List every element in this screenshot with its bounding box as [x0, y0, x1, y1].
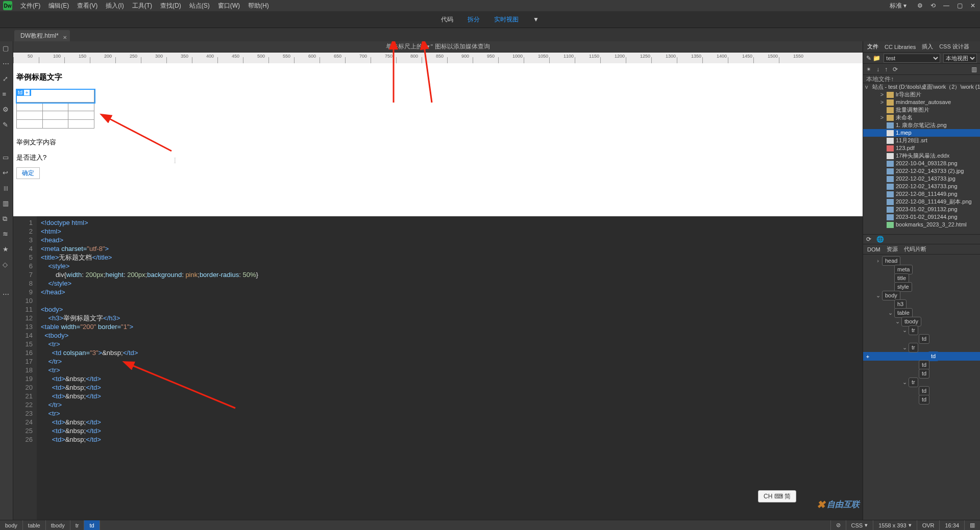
- panel-tab-cc[interactable]: CC Libraries: [885, 44, 916, 50]
- tool-comment-icon[interactable]: ◇: [3, 261, 11, 269]
- file-tree-item[interactable]: > 未命名: [863, 114, 980, 121]
- tool-star-icon[interactable]: ★: [3, 245, 11, 254]
- menu-item[interactable]: 插入(I): [102, 0, 128, 11]
- menu-item[interactable]: 帮助(H): [244, 0, 273, 11]
- dom-node[interactable]: td: [863, 335, 980, 343]
- tool-snippet-icon[interactable]: ⧉: [3, 215, 11, 223]
- file-tree-item[interactable]: 2023-01-02_091132.png: [863, 206, 980, 213]
- menu-item[interactable]: 窗口(W): [214, 0, 244, 11]
- tool-wrap-icon[interactable]: ↩: [3, 169, 11, 177]
- file-tree-item[interactable]: > lr导出图片: [863, 91, 980, 98]
- tool-wand-icon[interactable]: ✎: [3, 121, 11, 129]
- add-selector-icon[interactable]: +: [24, 90, 30, 95]
- view-selector[interactable]: 本地视图: [943, 54, 977, 63]
- tool-tablet-icon[interactable]: ▭: [3, 154, 11, 162]
- dom-node[interactable]: td: [863, 387, 980, 395]
- dom-tab-assets[interactable]: 资源: [887, 245, 898, 253]
- menu-item[interactable]: 查看(V): [73, 0, 102, 11]
- dom-node[interactable]: ›head: [863, 257, 980, 265]
- source-code[interactable]: <!doctype html><html><head><meta charset…: [37, 216, 863, 520]
- dom-node[interactable]: td: [872, 352, 980, 361]
- file-tree-item[interactable]: 2022-12-08_111449_副本.png: [863, 198, 980, 206]
- get-icon[interactable]: ↑: [885, 66, 888, 73]
- dom-tree[interactable]: ›headmetatitlestyle⌄bodyh3⌄table⌄tbody⌄t…: [863, 255, 980, 520]
- dom-node[interactable]: ⌄tbody: [863, 317, 980, 326]
- document-tab[interactable]: DW教程.html* ✕: [14, 30, 70, 41]
- file-tree-item[interactable]: 123.pdf: [863, 144, 980, 152]
- breadcrumb-item[interactable]: body: [0, 520, 23, 531]
- status-panel-toggle-icon[interactable]: ▥: [964, 520, 980, 531]
- menu-item[interactable]: 站点(S): [185, 0, 214, 11]
- breadcrumb-item[interactable]: tr: [70, 520, 85, 531]
- settings-gear-icon[interactable]: ⚙: [916, 2, 924, 10]
- breadcrumb-item[interactable]: tbody: [46, 520, 70, 531]
- tool-align-icon[interactable]: ⫼: [3, 184, 11, 192]
- status-css-mode[interactable]: CSS ▾: [846, 520, 873, 531]
- dom-insert-icon[interactable]: +: [863, 354, 872, 360]
- dom-tab-snippets[interactable]: 代码片断: [904, 245, 926, 253]
- dom-node[interactable]: ⌄body: [863, 291, 980, 300]
- dom-globe-icon[interactable]: 🌐: [876, 236, 884, 243]
- dom-node[interactable]: td: [863, 361, 980, 369]
- tool-more-icon[interactable]: ⋯: [3, 290, 11, 298]
- menu-item[interactable]: 编辑(E): [44, 0, 73, 11]
- menu-item[interactable]: 工具(T): [128, 0, 156, 11]
- dom-node[interactable]: td: [863, 395, 980, 404]
- expand-panel-icon[interactable]: ▥: [971, 66, 977, 73]
- menu-item[interactable]: 文件(F): [16, 0, 44, 11]
- dom-node[interactable]: title: [863, 274, 980, 283]
- dom-node[interactable]: ⌄tr: [863, 343, 980, 352]
- view-split[interactable]: 拆分: [468, 15, 480, 24]
- workspace-switcher[interactable]: 标准 ▾: [886, 0, 911, 11]
- sync-icon[interactable]: ⟲: [929, 2, 937, 10]
- view-dropdown-icon[interactable]: ▼: [533, 16, 539, 23]
- file-tree-item[interactable]: 2023-01-02_091244.png: [863, 213, 980, 221]
- view-code[interactable]: 代码: [441, 15, 453, 24]
- status-dimensions[interactable]: 1558 x 393 ▾: [873, 520, 916, 531]
- maximize-icon[interactable]: ▢: [955, 2, 964, 10]
- ime-indicator[interactable]: CH ⌨ 简: [758, 490, 796, 502]
- dom-node[interactable]: meta: [863, 265, 980, 274]
- minimize-icon[interactable]: —: [942, 2, 950, 10]
- dom-node[interactable]: ⌄table: [863, 309, 980, 317]
- connect-icon[interactable]: ✴: [866, 66, 871, 73]
- panel-tab-css[interactable]: CSS 设计器: [939, 43, 969, 51]
- dom-node[interactable]: style: [863, 283, 980, 291]
- menu-item[interactable]: 查找(D): [156, 0, 185, 11]
- view-live[interactable]: 实时视图: [494, 15, 519, 24]
- file-tree-item[interactable]: 2022-10-04_093128.png: [863, 160, 980, 167]
- tool-file-icon[interactable]: ▢: [3, 44, 11, 53]
- file-tree-item[interactable]: 1.mep: [863, 129, 980, 137]
- file-tree-item[interactable]: 批量调整图片: [863, 106, 980, 114]
- close-window-icon[interactable]: ✕: [969, 2, 977, 10]
- file-tree-item[interactable]: 2022-12-08_111449.png: [863, 190, 980, 198]
- tool-list-icon[interactable]: ≡: [3, 90, 11, 98]
- preview-submit-button[interactable]: 确定: [16, 167, 40, 179]
- dom-node[interactable]: ⌄tr: [863, 378, 980, 387]
- file-tree-item[interactable]: 11月28日.srt: [863, 137, 980, 144]
- file-tree-item[interactable]: 17种头脑风暴法.eddx: [863, 152, 980, 160]
- refresh-icon[interactable]: ↓: [876, 66, 879, 73]
- file-tree-item[interactable]: 2022-12-02_143733.jpg: [863, 175, 980, 183]
- file-tree-item[interactable]: 1. 康奈尔笔记法.png: [863, 121, 980, 129]
- tool-settings-icon[interactable]: ⚙: [3, 106, 11, 114]
- file-tree-item[interactable]: bookmarks_2023_3_22.html: [863, 221, 980, 229]
- sync-files-icon[interactable]: ⟳: [893, 66, 898, 73]
- tool-format-icon[interactable]: ≋: [3, 230, 11, 238]
- horizontal-ruler[interactable]: 5010015020025030035040045050055060065070…: [13, 53, 863, 63]
- dom-tab-dom[interactable]: DOM: [867, 246, 880, 253]
- site-selector[interactable]: test: [884, 54, 940, 63]
- element-selection-badge[interactable]: td+: [16, 89, 31, 96]
- file-tree-item[interactable]: > mindmaster_autosave: [863, 98, 980, 106]
- panel-tab-files[interactable]: 文件: [867, 43, 878, 51]
- tool-expand-icon[interactable]: ⤢: [3, 75, 11, 83]
- breadcrumb-item[interactable]: table: [23, 520, 46, 531]
- tool-manage-icon[interactable]: ⋯: [3, 60, 11, 68]
- file-list-header[interactable]: 本地文件↑: [863, 75, 980, 83]
- breadcrumb-item[interactable]: td: [84, 520, 100, 531]
- tool-panel-icon[interactable]: ▥: [3, 199, 11, 208]
- dom-refresh-icon[interactable]: ⟳: [866, 236, 871, 243]
- panel-tab-insert[interactable]: 插入: [922, 43, 933, 51]
- code-editor-pane[interactable]: 1234567891011121314151617181920212223242…: [13, 216, 863, 520]
- file-tree[interactable]: v 站点 - test (D:\tools\桌面\work（2）\work (1…: [863, 83, 980, 234]
